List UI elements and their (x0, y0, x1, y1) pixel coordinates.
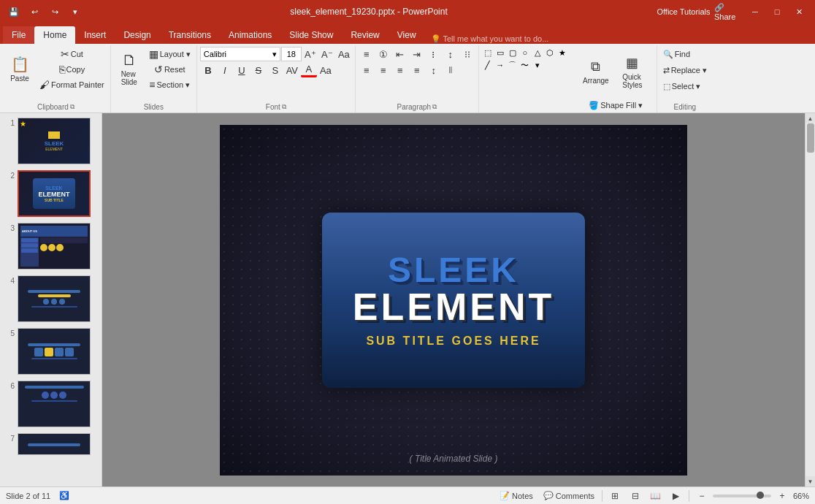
share-button[interactable]: 🔗 Share (714, 4, 743, 20)
triangle-tool[interactable]: △ (532, 47, 543, 58)
slide-thumb-7[interactable] (18, 433, 91, 455)
freeform-tool[interactable]: 〜 (519, 59, 531, 71)
slide-thumb-5[interactable] (18, 328, 91, 375)
slide-thumb-2[interactable]: SLEEK ELEMENT SUB TITLE (18, 170, 91, 217)
select-button[interactable]: ⬚ Select ▾ (660, 79, 704, 93)
slide-card[interactable]: SLEEK ELEMENT SUB TITLE GOES HERE (322, 213, 585, 388)
shape-fill-button[interactable]: 🪣 Shape Fill ▾ (578, 98, 654, 112)
increase-font-button[interactable]: A⁺ (302, 47, 318, 61)
slide-item-2[interactable]: 2 SLEEK ELEMENT SUB TITLE (4, 169, 97, 218)
layout-button[interactable]: ▦ Layout ▾ (146, 47, 194, 61)
arrow-tool[interactable]: → (494, 59, 506, 71)
tab-review[interactable]: Review (342, 26, 388, 44)
slide-item-3[interactable]: 3 ABOUT US (4, 221, 97, 271)
zoom-in-button[interactable]: + (774, 489, 790, 503)
slide-panel[interactable]: 1 SLEEK ELEMENT ★ 2 SLEEK (0, 113, 102, 486)
minimize-button[interactable]: ─ (745, 4, 765, 20)
scroll-up-arrow[interactable]: ▲ (806, 113, 816, 123)
tab-view[interactable]: View (389, 26, 425, 44)
tab-animations[interactable]: Animations (220, 26, 280, 44)
normal-view-button[interactable]: ⊞ (607, 489, 623, 503)
slide-item-5[interactable]: 5 (4, 327, 97, 376)
numbering-button[interactable]: ① (375, 47, 391, 61)
ellipse-tool[interactable]: ○ (519, 47, 531, 58)
columns-button[interactable]: ⫴ (443, 63, 459, 77)
increase-indent-button[interactable]: ⇥ (409, 47, 425, 61)
shadow-button[interactable]: S (267, 63, 283, 77)
maximize-button[interactable]: □ (767, 4, 787, 20)
tab-slideshow[interactable]: Slide Show (280, 26, 342, 44)
shape-tool1[interactable]: ⬡ (544, 47, 556, 58)
cut-button[interactable]: ✂ Cut (37, 47, 107, 61)
change-case-button[interactable]: Aa (318, 63, 334, 77)
undo-button[interactable]: ↩ (26, 4, 42, 20)
text-columns-button[interactable]: ⫶ (426, 47, 442, 61)
copy-button[interactable]: ⎘ Copy (37, 62, 107, 77)
tab-transitions[interactable]: Transitions (160, 26, 220, 44)
curve-tool[interactable]: ⌒ (507, 59, 519, 71)
slideshow-view-button[interactable]: ▶ (668, 489, 684, 503)
font-size-box[interactable]: 18 (281, 47, 302, 61)
font-expand[interactable]: ⧉ (282, 103, 286, 111)
slide-canvas[interactable]: SLEEK ELEMENT SUB TITLE GOES HERE ( Titl… (220, 125, 687, 476)
slide-thumb-4[interactable] (18, 275, 91, 322)
section-button[interactable]: ≡ Section ▾ (146, 77, 194, 92)
format-painter-button[interactable]: 🖌 Format Painter (37, 77, 107, 92)
quick-styles-button[interactable]: ▦ QuickStyles (615, 47, 650, 96)
new-slide-button[interactable]: 🗋 NewSlide (114, 47, 145, 91)
slide-thumb-3[interactable]: ABOUT US (18, 223, 91, 270)
comments-button[interactable]: 💬 Comments (540, 490, 597, 501)
line-tool[interactable]: ╱ (482, 59, 494, 71)
decrease-font-button[interactable]: A⁻ (319, 47, 335, 61)
more-shapes[interactable]: ▾ (532, 59, 543, 71)
paste-button[interactable]: 📋 Paste (4, 47, 35, 91)
italic-button[interactable]: I (217, 63, 233, 77)
arrange-button[interactable]: ⧉ Arrange (578, 47, 613, 96)
reset-button[interactable]: ↺ Reset (146, 62, 194, 77)
bold-button[interactable]: B (200, 63, 216, 77)
find-button[interactable]: 🔍 Find (660, 47, 693, 61)
zoom-out-button[interactable]: − (694, 489, 710, 503)
line-spacing-button[interactable]: ↕ (426, 63, 442, 77)
slide-item-4[interactable]: 4 (4, 274, 97, 324)
shape-tool2[interactable]: ★ (556, 47, 568, 58)
char-spacing-button[interactable]: AV (284, 63, 300, 77)
redo-button[interactable]: ↪ (47, 4, 63, 20)
office-tutorials-link[interactable]: Office Tutorials (654, 4, 713, 20)
smart-art-button[interactable]: ⁝⁝ (459, 47, 475, 61)
align-right-button[interactable]: ≡ (392, 63, 408, 77)
slide-thumb-6[interactable] (18, 381, 91, 427)
slide-thumb-1[interactable]: SLEEK ELEMENT ★ (18, 118, 91, 164)
rounded-rect-tool[interactable]: ▢ (507, 47, 519, 58)
right-scrollbar[interactable]: ▲ ▼ (805, 113, 815, 486)
zoom-slider-thumb[interactable] (757, 492, 764, 499)
zoom-slider[interactable] (713, 495, 771, 497)
select-tool[interactable]: ⬚ (482, 47, 494, 58)
tell-me-box[interactable]: 💡 Tell me what you want to do... (425, 34, 815, 44)
tab-home[interactable]: Home (34, 26, 75, 44)
scroll-down-arrow[interactable]: ▼ (806, 476, 816, 486)
clear-format-button[interactable]: Aa (336, 47, 352, 61)
paragraph-expand[interactable]: ⧉ (432, 103, 437, 111)
font-name-dropdown[interactable]: Calibri▾ (200, 47, 280, 61)
save-button[interactable]: 💾 (6, 4, 22, 20)
slide-item-6[interactable]: 6 (4, 379, 97, 429)
justify-button[interactable]: ≡ (409, 63, 425, 77)
align-center-button[interactable]: ≡ (375, 63, 391, 77)
slide-item-7[interactable]: 7 (4, 432, 97, 457)
slide-item-1[interactable]: 1 SLEEK ELEMENT ★ (4, 116, 97, 166)
replace-button[interactable]: ⇄ Replace ▾ (660, 63, 710, 77)
scroll-track[interactable] (806, 123, 815, 476)
text-direction-button[interactable]: ↕ (443, 47, 459, 61)
align-left-button[interactable]: ≡ (359, 63, 375, 77)
underline-button[interactable]: U (234, 63, 250, 77)
tab-design[interactable]: Design (115, 26, 159, 44)
accessibility-button[interactable]: ♿ (56, 490, 72, 501)
font-color-button[interactable]: A (301, 63, 317, 77)
zoom-percent[interactable]: 66% (793, 492, 809, 500)
strikethrough-button[interactable]: S (250, 63, 267, 77)
bullets-button[interactable]: ≡ (359, 47, 375, 61)
scroll-thumb[interactable] (807, 123, 814, 153)
decrease-indent-button[interactable]: ⇤ (392, 47, 408, 61)
customize-qat-button[interactable]: ▾ (67, 4, 83, 20)
